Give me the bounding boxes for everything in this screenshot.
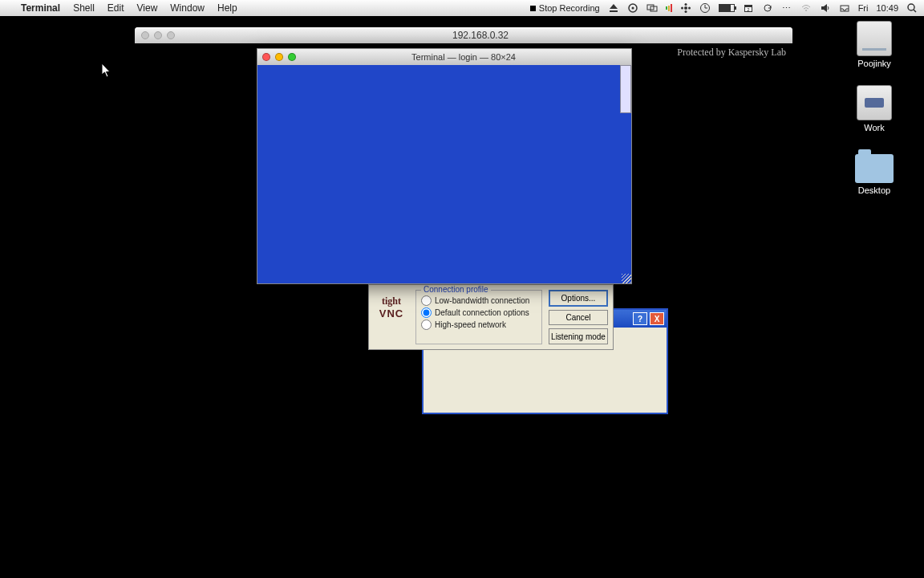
dots-icon[interactable]: ⋯ xyxy=(781,2,792,14)
radio-default-options[interactable]: Default connection options xyxy=(421,307,537,318)
kaspersky-watermark: Protected by Kaspersky Lab xyxy=(677,47,786,59)
svg-point-5 xyxy=(684,3,687,6)
xp-help-button[interactable]: ? xyxy=(633,312,647,325)
terminal-window[interactable]: Terminal — login — 80×24 xyxy=(257,48,632,284)
svg-point-4 xyxy=(684,6,687,10)
vnc-titlebar[interactable]: 192.168.0.32 xyxy=(135,27,792,43)
svg-point-15 xyxy=(908,4,914,10)
desktop-server-work[interactable]: Work xyxy=(842,85,906,132)
radio-low-bandwidth[interactable]: Low-bandwidth connection xyxy=(421,295,537,306)
menu-bar: Terminal Shell Edit View Window Help Sto… xyxy=(0,0,924,16)
inbox-icon[interactable] xyxy=(839,2,850,14)
wifi-icon[interactable] xyxy=(800,2,812,14)
menu-window[interactable]: Window xyxy=(170,2,205,14)
desktop-folder-desktop[interactable]: Desktop xyxy=(842,149,906,195)
server-icon xyxy=(857,85,892,120)
window-close-icon[interactable] xyxy=(141,31,149,39)
terminal-scrollbar[interactable] xyxy=(620,65,631,113)
svg-point-1 xyxy=(631,7,634,10)
svg-point-8 xyxy=(688,7,691,10)
connection-profile-group: Connection profile Low-bandwidth connect… xyxy=(415,290,542,344)
harddrive-icon xyxy=(857,21,892,56)
svg-point-13 xyxy=(805,10,807,11)
terminal-titlebar[interactable]: Terminal — login — 80×24 xyxy=(257,49,631,65)
svg-line-16 xyxy=(914,10,916,12)
spotlight-icon[interactable] xyxy=(906,2,918,14)
mouse-cursor-icon xyxy=(102,63,111,81)
terminal-content[interactable] xyxy=(257,65,631,283)
resize-handle-icon[interactable] xyxy=(622,274,631,283)
sync-icon[interactable] xyxy=(762,2,773,14)
radio-high-speed[interactable]: High-speed network xyxy=(421,320,537,330)
app-menu[interactable]: Terminal xyxy=(21,2,60,14)
tightvnc-logo: tight VNC xyxy=(374,290,409,325)
tightvnc-connection-dialog[interactable]: tight VNC Connection profile Low-bandwid… xyxy=(368,284,614,350)
options-button[interactable]: Options... xyxy=(549,290,608,307)
menu-edit[interactable]: Edit xyxy=(107,2,124,14)
displays-icon[interactable] xyxy=(646,2,658,14)
vnc-window-title: 192.168.0.32 xyxy=(175,30,786,41)
folder-icon xyxy=(855,154,894,183)
window-close-icon[interactable] xyxy=(262,53,270,61)
stop-recording-button[interactable]: Stop Recording xyxy=(530,3,600,13)
menu-help[interactable]: Help xyxy=(217,2,237,14)
window-zoom-icon[interactable] xyxy=(288,53,296,61)
volume-icon[interactable] xyxy=(820,2,831,14)
group-label: Connection profile xyxy=(421,285,491,294)
menu-shell[interactable]: Shell xyxy=(73,2,95,14)
clock-time[interactable]: 10:49 xyxy=(876,3,898,13)
listening-mode-button[interactable]: Listening mode xyxy=(549,328,608,344)
volume-bars-icon[interactable] xyxy=(666,3,672,13)
svg-point-7 xyxy=(681,7,683,10)
window-minimize-icon[interactable] xyxy=(154,31,162,39)
desktop-drive-poojinky[interactable]: Poojinky xyxy=(842,21,906,68)
battery-icon[interactable] xyxy=(719,4,735,12)
clock-icon[interactable] xyxy=(699,2,711,14)
window-zoom-icon[interactable] xyxy=(167,31,175,39)
eject-icon[interactable] xyxy=(608,2,619,14)
flower-icon[interactable] xyxy=(680,2,691,14)
cancel-button[interactable]: Cancel xyxy=(549,310,608,326)
window-minimize-icon[interactable] xyxy=(275,53,283,61)
calendar-icon[interactable]: 2 xyxy=(743,2,754,14)
svg-point-6 xyxy=(684,10,687,13)
terminal-title: Terminal — login — 80×24 xyxy=(301,52,626,62)
gear-icon[interactable] xyxy=(627,2,638,14)
xp-close-button[interactable]: X xyxy=(650,312,664,325)
menu-view[interactable]: View xyxy=(137,2,158,14)
clock-day[interactable]: Fri xyxy=(858,3,869,13)
